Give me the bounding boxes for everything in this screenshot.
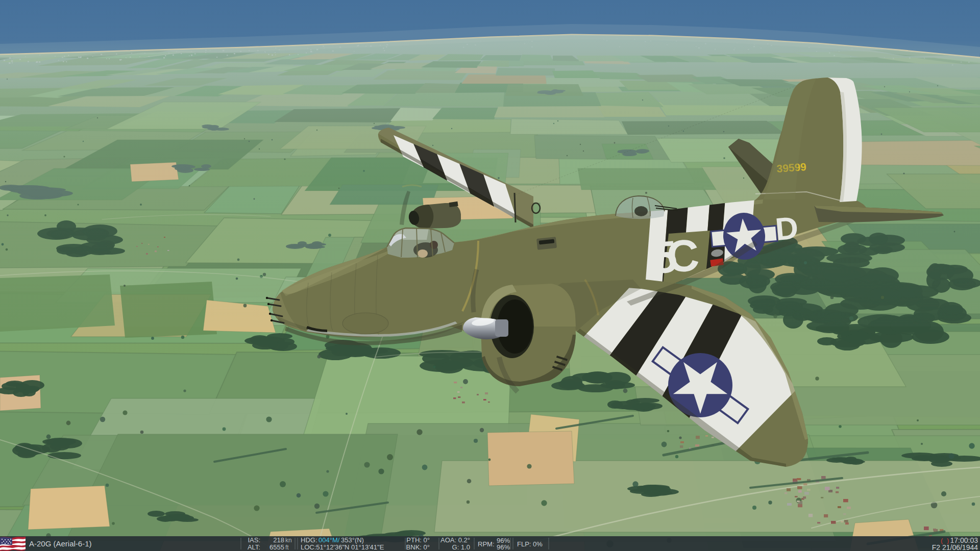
svg-text:96%: 96% <box>497 543 510 551</box>
svg-text:ft: ft <box>285 544 289 551</box>
svg-text:5C: 5C <box>650 230 701 283</box>
svg-text:PTH: 0°: PTH: 0° <box>406 536 430 544</box>
svg-text:LOC:51°12'36"N 01°13'41"E: LOC:51°12'36"N 01°13'41"E <box>301 543 384 551</box>
svg-text:kn: kn <box>285 537 292 544</box>
svg-text:ALT:: ALT: <box>248 543 260 551</box>
svg-text:F2 21/06/1944: F2 21/06/1944 <box>932 543 978 551</box>
svg-text:A-20G (Aerial-6-1): A-20G (Aerial-6-1) <box>29 539 92 548</box>
svg-text:BNK: 0°: BNK: 0° <box>406 543 430 551</box>
svg-text:D: D <box>774 210 800 247</box>
svg-text:IAS:: IAS: <box>248 536 260 544</box>
svg-text:6555: 6555 <box>270 543 284 551</box>
svg-text:353°(N): 353°(N) <box>341 536 364 544</box>
svg-text:G: 1.0: G: 1.0 <box>452 543 470 551</box>
svg-text:AOA: 0.2°: AOA: 0.2° <box>440 536 470 544</box>
svg-text:HDG:: HDG: <box>301 536 317 544</box>
svg-text:RPM:: RPM: <box>478 540 495 548</box>
svg-text:FLP: 0%: FLP: 0% <box>517 540 543 548</box>
svg-text:218: 218 <box>273 536 284 544</box>
svg-text:004°M/: 004°M/ <box>318 536 340 544</box>
